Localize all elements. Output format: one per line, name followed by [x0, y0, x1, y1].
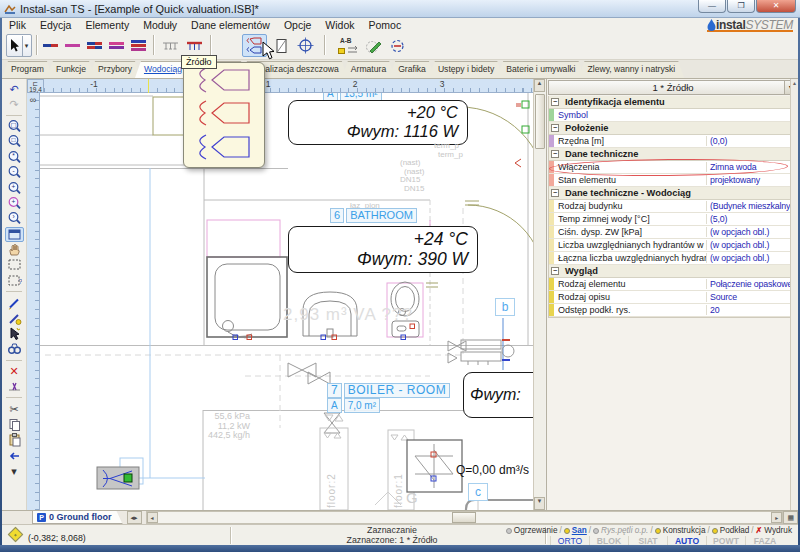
dropdown-button[interactable]: ▾: [5, 463, 24, 478]
layer-tab-ogrzewanie[interactable]: Ogrzewanie: [504, 526, 560, 535]
pipe-cold-hot-button[interactable]: [40, 34, 60, 57]
node-label-c[interactable]: c: [468, 483, 488, 501]
draw-pencil-button[interactable]: [5, 295, 24, 310]
property-section-identyfikacja-elementu[interactable]: −Identyfikacja elementu: [549, 96, 790, 109]
zoom-window-button[interactable]: ▢: [5, 119, 24, 134]
select-tool-button[interactable]: ▾: [6, 34, 32, 57]
room-data-box-24[interactable]: +24 °C Φwym: 390 W: [288, 226, 478, 273]
layer-tab-san[interactable]: San: [562, 526, 589, 535]
menu-item-pomoc[interactable]: Pomoc: [362, 19, 409, 31]
pipe-circulation-button[interactable]: [62, 34, 82, 57]
sheet-corner-button[interactable]: ▦: [783, 511, 798, 524]
menu-item-elementy[interactable]: Elementy: [78, 19, 136, 31]
property-value[interactable]: (w opcjach obl.): [706, 253, 790, 263]
zoom-prev-button[interactable]: *: [5, 150, 24, 165]
property-value[interactable]: 20: [706, 305, 790, 315]
property-section-dane-techniczne[interactable]: −Dane techniczne: [549, 148, 790, 161]
property-row-symbol[interactable]: Symbol: [549, 109, 790, 122]
property-value[interactable]: (w opcjach obl.): [706, 240, 790, 250]
zoom-all-button[interactable]: +: [5, 196, 24, 211]
property-row-liczba-uwzgl-dnianych-hydrant-w-w-pionie[interactable]: Liczba uwzględnianych hydrantów w pionie…: [549, 239, 790, 252]
collapse-icon[interactable]: −: [551, 124, 559, 132]
property-section-dane-techniczne-wodoci-g[interactable]: −Dane techniczne - Wodociąg: [549, 187, 790, 200]
boiler-room-label[interactable]: 7BOILER - ROOM: [327, 383, 450, 398]
paste-button[interactable]: [5, 432, 24, 447]
zoom-in-button[interactable]: +: [5, 180, 24, 195]
menu-item-opcje[interactable]: Opcje: [277, 19, 318, 31]
close-button[interactable]: ✕: [756, 0, 796, 13]
minimize-button[interactable]: —: [698, 0, 726, 13]
edit-connection-button[interactable]: [362, 34, 384, 57]
property-value[interactable]: projektowany: [706, 175, 790, 185]
menu-item-edycja[interactable]: Edycja: [33, 19, 79, 31]
maximize-button[interactable]: ❒: [727, 0, 755, 13]
property-value[interactable]: Source: [706, 292, 790, 302]
hscroll-thumb[interactable]: [452, 512, 476, 523]
select-area-button[interactable]: [5, 257, 24, 272]
find-binoculars-button[interactable]: [5, 341, 24, 356]
property-row-temp-zimnej-wody-c[interactable]: Temp zimnej wody [°C](5,0): [549, 213, 790, 226]
property-section-po-o-enie[interactable]: −Położenie: [549, 122, 790, 135]
ruler-corner[interactable]: ⊏19,4: [27, 79, 44, 93]
tab-przybory[interactable]: Przybory: [89, 61, 141, 78]
property-value[interactable]: Połączenie opaskowe: [706, 279, 790, 289]
manifold-colored-button[interactable]: [183, 34, 205, 57]
pipe-triple-button[interactable]: [128, 34, 148, 57]
source-symbol-red[interactable]: [196, 100, 252, 130]
tab-baterie-i-umywalki[interactable]: Baterie i umywalki: [497, 61, 584, 78]
zoom-area-button[interactable]: □: [5, 134, 24, 149]
property-value[interactable]: (5,0): [706, 214, 790, 224]
scroll-right-button[interactable]: ▸: [771, 512, 782, 523]
drawing-canvas[interactable]: A13,5 m² +20 °C Φwym: 1116 W term_pterm_…: [40, 93, 533, 510]
zoom-select-button[interactable]: ›: [5, 211, 24, 226]
source-element-selected[interactable]: [97, 467, 139, 489]
property-value[interactable]: (0,0): [706, 136, 790, 146]
tab-program[interactable]: Program: [2, 61, 53, 78]
layer-tab-konstrukcja[interactable]: Konstrukcja: [653, 526, 708, 535]
source-symbol-blue[interactable]: [196, 134, 252, 164]
property-value[interactable]: (Budynek mieszkalny): [706, 201, 790, 211]
property-row-rodzaj-elementu[interactable]: Rodzaj elementuPołączenie opaskowe: [549, 278, 790, 291]
source-symbol-purple[interactable]: [196, 67, 252, 97]
tab-armatura[interactable]: Armatura: [342, 61, 395, 78]
scroll-up-button[interactable]: ▲: [534, 79, 545, 92]
property-row-czna-liczba-uwzgl-dnianych-hydrant-w-dla-r-d-a[interactable]: Łączna liczba uwzględnianych hydrantów d…: [549, 252, 790, 265]
menu-item-widok[interactable]: Widok: [318, 19, 361, 31]
redo-button[interactable]: ↷: [5, 96, 24, 111]
tab-ust-py-i-bidety[interactable]: Ustępy i bidety: [429, 61, 503, 78]
undo-button[interactable]: ↶: [5, 81, 24, 96]
layer-tab-podk-ad[interactable]: Podkład: [710, 526, 752, 535]
canvas-hscrollbar[interactable]: ◂ ▸: [146, 511, 784, 524]
tab-zlewy-wanny-i-natryski[interactable]: Zlewy, wanny i natryski: [579, 61, 685, 78]
bathroom-label[interactable]: 6BATHROOM: [330, 208, 417, 223]
property-row-ci-n-dysp-zw-kpa[interactable]: Ciśn. dysp. ZW [kPa](w opcjach obl.): [549, 226, 790, 239]
collapse-icon[interactable]: −: [551, 267, 559, 275]
power-box-partial[interactable]: Φwym:: [463, 372, 533, 418]
scroll-down-button[interactable]: ▼: [534, 497, 545, 510]
menu-item-dane-element-w[interactable]: Dane elementów: [184, 19, 277, 31]
layer-tab-wydruk[interactable]: ✗Wydruk: [754, 526, 794, 535]
pipe-pair-button[interactable]: [84, 34, 104, 57]
fit-window-button[interactable]: [5, 227, 24, 242]
tab-grafika[interactable]: Grafika: [389, 61, 435, 78]
edit-arrow-button[interactable]: [5, 326, 24, 341]
vscroll-thumb[interactable]: [535, 94, 545, 149]
property-row-odst-p-podk-rys[interactable]: Odstęp podkł. rys.20: [549, 304, 790, 317]
format-painter-button[interactable]: [5, 310, 24, 325]
disconnect-button[interactable]: [5, 379, 24, 394]
layer-tab-rys-p-tli-o-p[interactable]: Rys.pętli o.p.: [591, 526, 650, 535]
copy-button[interactable]: [5, 417, 24, 432]
manifold-button[interactable]: [159, 34, 181, 57]
property-row-rz-dna-m[interactable]: Rzędna [m](0,0): [549, 135, 790, 148]
insert-arrow-button[interactable]: [5, 448, 24, 463]
delete-button[interactable]: ✕: [5, 364, 24, 379]
element-selector-combo[interactable]: 1 * Źródło ▼: [548, 80, 798, 95]
select-tool-dropdown[interactable]: ▾: [22, 36, 30, 56]
pipe-pair-circulation-button[interactable]: [106, 34, 126, 57]
canvas-vscrollbar[interactable]: ▲ ▼: [533, 79, 545, 510]
sheet-tab-ground-floor[interactable]: P 0 Ground floor: [32, 511, 123, 524]
boiler-area-label[interactable]: A7,0 m²: [327, 398, 380, 413]
property-value[interactable]: Zimna woda: [706, 162, 790, 172]
sheet-tab-scroll-buttons[interactable]: ◂▸: [127, 511, 142, 524]
collapse-icon[interactable]: −: [551, 189, 559, 197]
